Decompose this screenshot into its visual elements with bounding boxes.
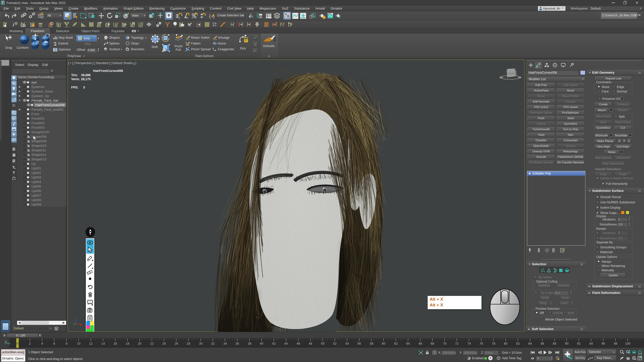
svg-text:}: }: [213, 13, 215, 19]
svg-text:FRONT: FRONT: [508, 72, 515, 75]
svg-text:3: 3: [176, 13, 179, 19]
svg-text:2: 2: [179, 17, 180, 19]
svg-text:i: i: [13, 22, 14, 27]
svg-text:{: {: [209, 13, 211, 19]
